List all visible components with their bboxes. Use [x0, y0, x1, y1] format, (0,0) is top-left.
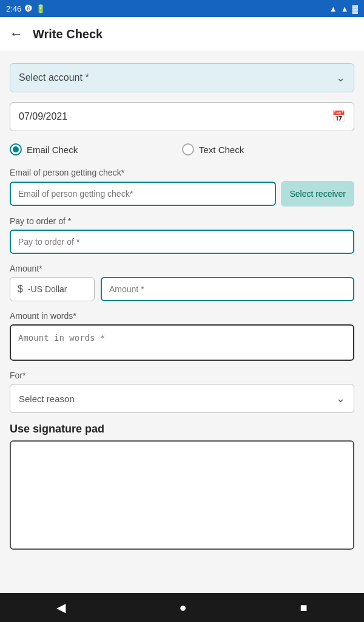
amount-label: Amount* — [10, 264, 354, 273]
app-header: ← Write Check — [0, 17, 364, 51]
email-check-label: Email Check — [27, 145, 78, 155]
select-receiver-button[interactable]: Select receiver — [281, 181, 354, 207]
email-check-radio[interactable] — [10, 143, 22, 156]
wifi-icon: ▲ — [329, 4, 337, 13]
signature-section: Use signature pad — [10, 423, 354, 550]
signature-title: Use signature pad — [10, 423, 354, 436]
email-check-option[interactable]: Email Check — [10, 143, 182, 156]
pay-to-order-section: Pay to order of * — [10, 216, 354, 254]
email-field-label: Email of person getting check* — [10, 168, 354, 177]
pay-to-order-input[interactable] — [10, 230, 354, 254]
amount-row: $ -US Dollar — [10, 277, 354, 301]
alert-icon: 🅐 — [25, 4, 32, 13]
text-check-radio[interactable] — [182, 143, 194, 156]
amount-in-words-input[interactable] — [10, 324, 354, 361]
currency-label: -US Dollar — [28, 284, 67, 294]
text-check-option[interactable]: Text Check — [182, 143, 354, 156]
select-account-dropdown[interactable]: Select account * ⌄ — [10, 63, 354, 92]
for-label: For* — [10, 371, 354, 380]
status-bar: 2:46 🅐 🔋 ▲ ▲ ▓ — [0, 0, 364, 17]
signature-pad[interactable] — [10, 440, 354, 550]
nav-home-button[interactable]: ● — [179, 601, 186, 615]
for-section: For* Select reason ⌄ — [10, 371, 354, 413]
signal-icon: ▲ — [341, 4, 349, 13]
nav-back-button[interactable]: ◀ — [56, 600, 66, 615]
email-section: Email of person getting check* Select re… — [10, 168, 354, 207]
currency-box: $ -US Dollar — [10, 277, 95, 301]
battery-icon: 🔋 — [36, 4, 46, 13]
date-field[interactable]: 07/09/2021 📅 — [10, 102, 354, 131]
select-reason-label: Select reason — [19, 394, 75, 404]
select-reason-dropdown[interactable]: Select reason ⌄ — [10, 384, 354, 413]
email-input[interactable] — [10, 182, 276, 206]
chevron-down-icon: ⌄ — [336, 71, 345, 84]
back-button[interactable]: ← — [10, 26, 23, 42]
nav-recents-button[interactable]: ■ — [300, 601, 307, 615]
pay-to-order-label: Pay to order of * — [10, 216, 354, 226]
email-row: Select receiver — [10, 181, 354, 207]
select-account-label: Select account * — [19, 72, 89, 83]
check-type-radio-group: Email Check Text Check — [10, 141, 354, 158]
chevron-down-icon: ⌄ — [336, 392, 345, 405]
dollar-sign-icon: $ — [18, 284, 23, 295]
text-check-label: Text Check — [199, 145, 244, 155]
date-value: 07/09/2021 — [19, 111, 67, 122]
bottom-nav-bar: ◀ ● ■ — [0, 593, 364, 622]
amount-in-words-label: Amount in words* — [10, 311, 354, 321]
page-title: Write Check — [33, 27, 103, 41]
status-bar-left: 2:46 🅐 🔋 — [6, 4, 46, 13]
main-content: Select account * ⌄ 07/09/2021 📅 Email Ch… — [0, 51, 364, 593]
calendar-icon[interactable]: 📅 — [332, 110, 345, 123]
time-display: 2:46 — [6, 4, 21, 13]
amount-input[interactable] — [101, 277, 354, 301]
amount-section: Amount* $ -US Dollar — [10, 264, 354, 301]
battery-level-icon: ▓ — [352, 4, 358, 13]
status-bar-right: ▲ ▲ ▓ — [329, 4, 358, 13]
amount-in-words-section: Amount in words* — [10, 311, 354, 361]
